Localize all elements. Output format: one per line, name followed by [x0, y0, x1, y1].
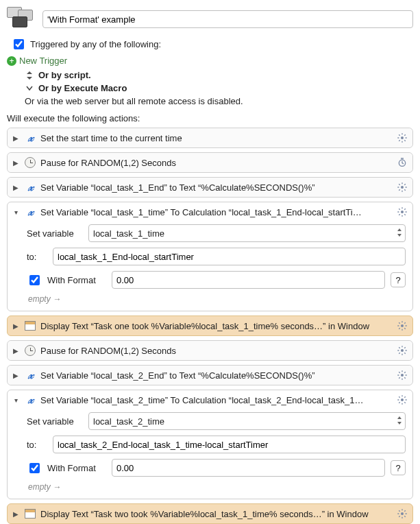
action-title: Display Text “Task two took %Variable%lo…	[40, 509, 392, 519]
to-label: to:	[27, 440, 47, 450]
action-row[interactable]: ▶ Display Text “Task two took %Variable%…	[7, 503, 413, 524]
empty-result-note: empty →	[27, 482, 406, 492]
help-button[interactable]: ?	[391, 272, 406, 287]
action-row[interactable]: ▶ 𝓍 Set Variable “local_task_1_End” to T…	[7, 177, 413, 198]
svg-point-5	[401, 349, 404, 352]
with-format-checkbox[interactable]	[29, 275, 40, 285]
gear-icon[interactable]	[396, 181, 408, 193]
svg-point-7	[401, 398, 404, 401]
action-title: Set Variable “local_task_2_End” to Text …	[40, 370, 392, 381]
clock-icon	[24, 345, 36, 356]
gear-icon[interactable]	[396, 508, 408, 520]
gear-icon[interactable]	[396, 369, 408, 381]
updown-caret-icon	[397, 228, 402, 238]
macro-title-input[interactable]	[42, 10, 413, 28]
variable-x-icon: 𝓍	[24, 370, 36, 381]
action-row[interactable]: ▶ 𝓍 Set the start time to the current ti…	[7, 128, 413, 148]
triggered-by-label: Triggered by any of the following:	[30, 39, 161, 49]
empty-result-note: empty →	[27, 294, 406, 304]
svg-point-0	[401, 136, 404, 139]
action-row[interactable]: ▶ 𝓍 Set Variable “local_task_2_End” to T…	[7, 365, 413, 385]
chevron-down-icon	[25, 84, 34, 93]
chevron-down-icon: ▾	[12, 209, 20, 216]
set-variable-label: Set variable	[27, 416, 83, 427]
action-title: Set Variable “local_task_1_time” To Calc…	[40, 207, 392, 217]
or-by-execute-macro-row[interactable]: Or by Execute Macro	[25, 83, 413, 93]
gear-icon[interactable]	[396, 206, 408, 218]
variable-x-icon: 𝓍	[24, 394, 36, 405]
gear-icon[interactable]	[396, 394, 408, 406]
to-input[interactable]	[53, 248, 406, 265]
with-format-label: With Format	[47, 275, 106, 285]
triggered-by-checkbox[interactable]	[14, 39, 24, 49]
format-input[interactable]	[112, 459, 385, 477]
svg-point-4	[401, 324, 404, 327]
chevron-right-icon: ▶	[12, 347, 20, 355]
to-label: to:	[27, 252, 47, 262]
action-title: Display Text “Task one took %Variable%lo…	[40, 321, 392, 331]
variable-x-icon: 𝓍	[24, 132, 36, 143]
variable-x-icon: 𝓍	[24, 182, 36, 193]
gear-icon[interactable]	[396, 344, 408, 357]
action-title: Set Variable “local_task_2_time” To Calc…	[40, 395, 392, 405]
with-format-checkbox[interactable]	[29, 463, 40, 473]
action-title: Pause for RANDOM(1,2) Seconds	[40, 158, 392, 168]
help-button[interactable]: ?	[391, 460, 406, 475]
variable-select[interactable]: local_task_2_time	[88, 412, 406, 430]
action-title: Pause for RANDOM(1,2) Seconds	[40, 346, 392, 356]
gear-icon[interactable]	[396, 320, 408, 332]
format-input[interactable]	[112, 271, 385, 289]
set-variable-label: Set variable	[27, 228, 83, 239]
svg-point-8	[401, 512, 404, 515]
action-row[interactable]: ▶ Pause for RANDOM(1,2) Seconds	[7, 340, 413, 361]
new-trigger-label: New Trigger	[19, 56, 67, 66]
plus-icon: +	[7, 56, 16, 66]
actions-section-label: Will execute the following actions:	[7, 113, 413, 123]
macro-icon	[7, 7, 37, 32]
window-icon	[24, 320, 36, 331]
action-row[interactable]: ▶ Pause for RANDOM(1,2) Seconds	[7, 152, 413, 173]
window-icon	[24, 508, 36, 519]
action-row-expanded[interactable]: ▾ 𝓍 Set Variable “local_task_1_time” To …	[7, 202, 413, 311]
with-format-label: With Format	[47, 463, 106, 473]
chevron-right-icon: ▶	[12, 510, 20, 518]
action-row[interactable]: ▶ Display Text “Task one took %Variable%…	[7, 315, 413, 336]
svg-point-6	[401, 374, 404, 377]
gear-icon[interactable]	[396, 132, 408, 144]
variable-x-icon: 𝓍	[24, 206, 36, 217]
updown-icon	[25, 71, 34, 80]
chevron-down-icon: ▾	[12, 396, 20, 404]
chevron-right-icon: ▶	[12, 184, 20, 191]
svg-point-3	[401, 211, 404, 213]
variable-select[interactable]: local_task_1_time	[88, 224, 406, 242]
chevron-right-icon: ▶	[12, 322, 20, 330]
action-title: Set Variable “local_task_1_End” to Text …	[40, 182, 392, 193]
timer-gear-icon[interactable]	[396, 156, 408, 169]
or-via-web-label: Or via the web server but all remote acc…	[25, 96, 413, 106]
clock-icon	[24, 157, 36, 168]
chevron-right-icon: ▶	[12, 372, 20, 379]
chevron-right-icon: ▶	[12, 134, 20, 142]
updown-caret-icon	[397, 416, 402, 426]
or-by-script-row[interactable]: Or by script.	[25, 70, 413, 80]
new-trigger-button[interactable]: + New Trigger	[7, 56, 413, 66]
svg-point-2	[401, 186, 404, 189]
action-title: Set the start time to the current time	[40, 133, 392, 143]
action-row-expanded[interactable]: ▾ 𝓍 Set Variable “local_task_2_time” To …	[7, 390, 413, 499]
chevron-right-icon: ▶	[12, 159, 20, 167]
to-input[interactable]	[53, 436, 406, 453]
